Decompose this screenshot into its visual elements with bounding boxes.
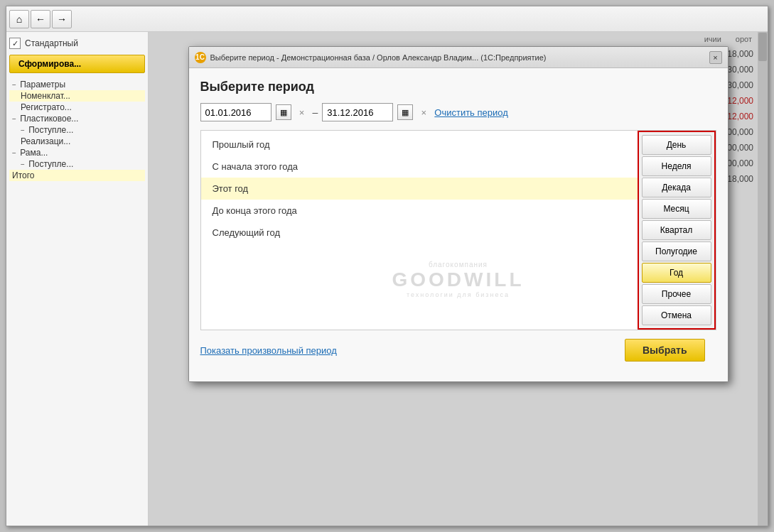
standard-checkbox[interactable]: ✓ <box>9 38 21 49</box>
period-btn-day[interactable]: День <box>642 135 711 155</box>
period-btn-cancel[interactable]: Отмена <box>642 305 711 325</box>
period-item-2[interactable]: Этот год <box>201 178 638 200</box>
sidebar: ✓ Стандартный Сформирова... − Параметры … <box>6 32 149 526</box>
dialog-body: Выберите период ▦ × – ▦ × Очистить перио… <box>189 68 728 381</box>
period-item-3[interactable]: До конца этого года <box>201 200 638 222</box>
watermark-company: благокомпания <box>392 260 525 268</box>
date-separator: – <box>313 107 318 118</box>
period-list: Прошлый год С начала этого года Этот год… <box>201 131 638 330</box>
dialog-close-button[interactable]: × <box>709 51 722 64</box>
sidebar-header: ✓ Стандартный <box>9 38 145 49</box>
tree-item-postuple1[interactable]: − Поступле... <box>9 124 145 136</box>
watermark-logo: GOODWILL <box>392 268 525 291</box>
tree-item-rama[interactable]: − Рама... <box>9 147 145 158</box>
dialog-heading: Выберите период <box>200 80 716 94</box>
app-window: ⌂ ← → ✓ Стандартный Сформирова... − Пара… <box>6 6 768 526</box>
expand-icon2: − <box>12 115 16 123</box>
period-item-0[interactable]: Прошлый год <box>201 134 638 156</box>
dialog-overlay: 1С Выберите период - Демонстрационная ба… <box>149 32 768 526</box>
back-button[interactable]: ← <box>31 10 50 28</box>
tree-item-registrat[interactable]: Регистрато... <box>9 102 145 113</box>
tree-item-itogo[interactable]: Итого <box>9 170 145 181</box>
date-to-input[interactable] <box>322 103 393 121</box>
tree-item-plastic[interactable]: − Пластиковое... <box>9 113 145 124</box>
dialog-titlebar: 1С Выберите период - Демонстрационная ба… <box>189 47 728 68</box>
main-content: ичии орот 18,000 30,000 30,000 -12,000 -… <box>149 32 768 526</box>
clear-period-link[interactable]: Очистить период <box>434 107 508 118</box>
expand-icon3: − <box>21 126 25 134</box>
date-row: ▦ × – ▦ × Очистить период <box>200 103 716 121</box>
forward-button[interactable]: → <box>52 10 72 28</box>
period-btn-decade[interactable]: Декада <box>642 178 711 197</box>
expand-icon4: − <box>12 149 16 157</box>
dialog-window: 1С Выберите период - Демонстрационная ба… <box>188 46 729 382</box>
tree-item-nomenklat[interactable]: Номенклат... <box>9 90 145 102</box>
tree-item-realizat[interactable]: Реализаци... <box>9 136 145 147</box>
form-button[interactable]: Сформирова... <box>9 55 145 73</box>
select-button[interactable]: Выбрать <box>625 339 705 362</box>
period-btn-other[interactable]: Прочее <box>642 284 711 304</box>
calendar-from-button[interactable]: ▦ <box>276 104 291 120</box>
date-from-input[interactable] <box>200 103 272 121</box>
period-btn-week[interactable]: Неделя <box>642 156 711 176</box>
period-btn-year[interactable]: Год <box>642 263 711 283</box>
calendar-to-button[interactable]: ▦ <box>397 104 413 120</box>
show-custom-link[interactable]: Показать произвольный период <box>200 345 337 356</box>
standard-label: Стандартный <box>25 38 78 48</box>
tree-item-params[interactable]: − Параметры <box>9 79 145 90</box>
period-item-4[interactable]: Следующий год <box>201 222 638 244</box>
dialog-title: Выберите период - Демонстрационная база … <box>210 53 705 62</box>
expand-icon5: − <box>21 161 25 168</box>
period-buttons: День Неделя Декада Месяц Квартал Полугод… <box>638 131 716 330</box>
watermark-sub: технологии для бизнеса <box>392 291 525 298</box>
app-content: ✓ Стандартный Сформирова... − Параметры … <box>6 32 768 526</box>
app-toolbar: ⌂ ← → <box>6 6 768 32</box>
period-btn-month[interactable]: Месяц <box>642 199 711 219</box>
period-item-1[interactable]: С начала этого года <box>201 156 638 178</box>
watermark: благокомпания GOODWILL технологии для би… <box>392 260 525 298</box>
clear-to-button[interactable]: × <box>417 106 430 119</box>
expand-icon: − <box>12 81 16 89</box>
tree-item-postuple2[interactable]: − Поступле... <box>9 158 145 170</box>
dialog-main: Прошлый год С начала этого года Этот год… <box>200 130 716 330</box>
period-btn-quarter[interactable]: Квартал <box>642 220 711 240</box>
dialog-footer: Показать произвольный период Выбрать <box>200 330 716 370</box>
home-button[interactable]: ⌂ <box>9 10 29 28</box>
clear-from-button[interactable]: × <box>296 106 308 119</box>
dialog-app-icon: 1С <box>195 52 206 63</box>
period-btn-halfyear[interactable]: Полугодие <box>642 241 711 261</box>
